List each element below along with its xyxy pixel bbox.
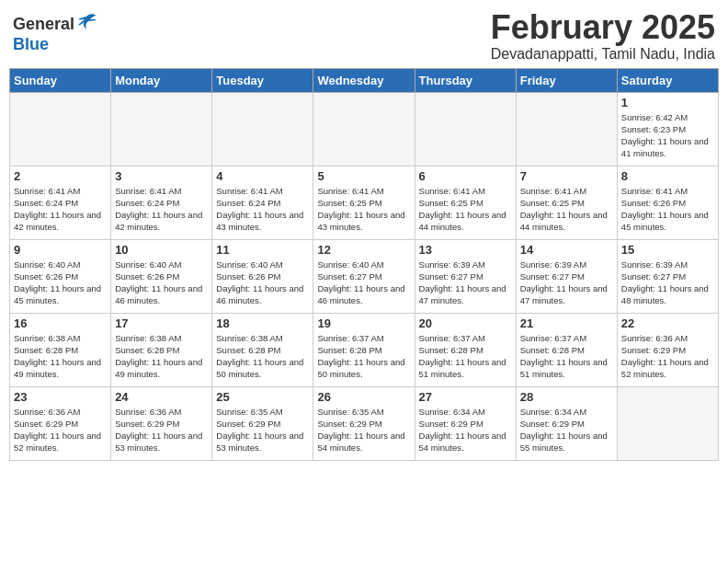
day-number: 4 bbox=[216, 169, 309, 183]
calendar-cell: 5Sunrise: 6:41 AMSunset: 6:25 PMDaylight… bbox=[313, 166, 415, 239]
calendar-cell: 27Sunrise: 6:34 AMSunset: 6:29 PMDayligh… bbox=[415, 386, 516, 460]
week-row-2: 2Sunrise: 6:41 AMSunset: 6:24 PMDaylight… bbox=[10, 166, 719, 239]
calendar-cell: 14Sunrise: 6:39 AMSunset: 6:27 PMDayligh… bbox=[516, 239, 617, 313]
week-row-5: 23Sunrise: 6:36 AMSunset: 6:29 PMDayligh… bbox=[10, 386, 719, 460]
calendar-cell: 21Sunrise: 6:37 AMSunset: 6:28 PMDayligh… bbox=[516, 313, 617, 386]
calendar-cell: 19Sunrise: 6:37 AMSunset: 6:28 PMDayligh… bbox=[313, 313, 415, 386]
day-info: Sunrise: 6:40 AMSunset: 6:27 PMDaylight:… bbox=[317, 259, 410, 307]
week-row-4: 16Sunrise: 6:38 AMSunset: 6:28 PMDayligh… bbox=[10, 313, 719, 386]
calendar-cell: 17Sunrise: 6:38 AMSunset: 6:28 PMDayligh… bbox=[111, 313, 212, 386]
calendar-cell: 12Sunrise: 6:40 AMSunset: 6:27 PMDayligh… bbox=[313, 239, 415, 313]
day-info: Sunrise: 6:41 AMSunset: 6:24 PMDaylight:… bbox=[216, 185, 309, 234]
calendar-cell bbox=[415, 92, 516, 166]
calendar-cell: 10Sunrise: 6:40 AMSunset: 6:26 PMDayligh… bbox=[111, 239, 212, 313]
day-number: 10 bbox=[115, 243, 208, 257]
calendar-cell: 26Sunrise: 6:35 AMSunset: 6:29 PMDayligh… bbox=[313, 386, 415, 460]
day-number: 27 bbox=[419, 390, 512, 404]
calendar-cell: 20Sunrise: 6:37 AMSunset: 6:28 PMDayligh… bbox=[415, 313, 516, 386]
calendar-cell: 28Sunrise: 6:34 AMSunset: 6:29 PMDayligh… bbox=[516, 386, 617, 460]
day-number: 2 bbox=[14, 169, 107, 183]
calendar-cell: 16Sunrise: 6:38 AMSunset: 6:28 PMDayligh… bbox=[10, 313, 111, 386]
location-title: Devadanappatti, Tamil Nadu, India bbox=[491, 46, 715, 63]
day-number: 18 bbox=[216, 316, 309, 330]
day-number: 6 bbox=[419, 169, 512, 183]
day-number: 11 bbox=[216, 243, 309, 257]
calendar-cell bbox=[212, 92, 313, 166]
weekday-header-wednesday: Wednesday bbox=[313, 68, 415, 92]
day-number: 1 bbox=[621, 96, 714, 109]
calendar-cell: 4Sunrise: 6:41 AMSunset: 6:24 PMDaylight… bbox=[212, 166, 313, 239]
calendar-cell: 9Sunrise: 6:40 AMSunset: 6:26 PMDaylight… bbox=[10, 239, 111, 313]
calendar-cell bbox=[313, 92, 415, 166]
day-info: Sunrise: 6:37 AMSunset: 6:28 PMDaylight:… bbox=[317, 332, 410, 381]
calendar-cell: 1Sunrise: 6:42 AMSunset: 6:23 PMDaylight… bbox=[617, 92, 718, 166]
day-number: 9 bbox=[14, 243, 107, 257]
day-info: Sunrise: 6:34 AMSunset: 6:29 PMDaylight:… bbox=[520, 406, 613, 454]
weekday-header-thursday: Thursday bbox=[415, 68, 516, 92]
calendar-cell bbox=[516, 92, 617, 166]
day-number: 3 bbox=[115, 169, 208, 183]
calendar-cell: 13Sunrise: 6:39 AMSunset: 6:27 PMDayligh… bbox=[415, 239, 516, 313]
day-number: 14 bbox=[520, 243, 613, 257]
calendar-cell: 23Sunrise: 6:36 AMSunset: 6:29 PMDayligh… bbox=[10, 386, 111, 460]
day-info: Sunrise: 6:40 AMSunset: 6:26 PMDaylight:… bbox=[115, 259, 208, 307]
day-info: Sunrise: 6:41 AMSunset: 6:25 PMDaylight:… bbox=[317, 185, 410, 234]
day-info: Sunrise: 6:40 AMSunset: 6:26 PMDaylight:… bbox=[14, 259, 107, 307]
day-info: Sunrise: 6:42 AMSunset: 6:23 PMDaylight:… bbox=[621, 111, 714, 160]
day-number: 5 bbox=[317, 169, 410, 183]
day-number: 21 bbox=[520, 316, 613, 330]
logo-general: General bbox=[13, 15, 74, 34]
day-number: 15 bbox=[621, 243, 714, 257]
day-info: Sunrise: 6:39 AMSunset: 6:27 PMDaylight:… bbox=[621, 259, 714, 307]
calendar-cell bbox=[111, 92, 212, 166]
day-info: Sunrise: 6:39 AMSunset: 6:27 PMDaylight:… bbox=[520, 259, 613, 307]
logo-bird-icon bbox=[76, 13, 97, 35]
day-info: Sunrise: 6:36 AMSunset: 6:29 PMDaylight:… bbox=[621, 332, 714, 381]
day-number: 28 bbox=[520, 390, 613, 404]
day-info: Sunrise: 6:37 AMSunset: 6:28 PMDaylight:… bbox=[419, 332, 512, 381]
day-info: Sunrise: 6:41 AMSunset: 6:24 PMDaylight:… bbox=[115, 185, 208, 234]
day-number: 20 bbox=[419, 316, 512, 330]
week-row-3: 9Sunrise: 6:40 AMSunset: 6:26 PMDaylight… bbox=[10, 239, 719, 313]
day-info: Sunrise: 6:35 AMSunset: 6:29 PMDaylight:… bbox=[317, 406, 410, 454]
calendar-cell: 22Sunrise: 6:36 AMSunset: 6:29 PMDayligh… bbox=[617, 313, 718, 386]
day-info: Sunrise: 6:38 AMSunset: 6:28 PMDaylight:… bbox=[115, 332, 208, 381]
day-info: Sunrise: 6:36 AMSunset: 6:29 PMDaylight:… bbox=[14, 406, 107, 454]
calendar-cell: 18Sunrise: 6:38 AMSunset: 6:28 PMDayligh… bbox=[212, 313, 313, 386]
day-info: Sunrise: 6:40 AMSunset: 6:26 PMDaylight:… bbox=[216, 259, 309, 307]
day-number: 17 bbox=[115, 316, 208, 330]
weekday-header-saturday: Saturday bbox=[617, 68, 718, 92]
day-number: 24 bbox=[115, 390, 208, 404]
calendar-cell: 2Sunrise: 6:41 AMSunset: 6:24 PMDaylight… bbox=[10, 166, 111, 239]
day-number: 13 bbox=[419, 243, 512, 257]
logo: General Blue bbox=[13, 9, 97, 54]
day-info: Sunrise: 6:37 AMSunset: 6:28 PMDaylight:… bbox=[520, 332, 613, 381]
calendar-cell: 25Sunrise: 6:35 AMSunset: 6:29 PMDayligh… bbox=[212, 386, 313, 460]
calendar-cell: 11Sunrise: 6:40 AMSunset: 6:26 PMDayligh… bbox=[212, 239, 313, 313]
day-info: Sunrise: 6:41 AMSunset: 6:25 PMDaylight:… bbox=[520, 185, 613, 234]
calendar-cell bbox=[617, 386, 718, 460]
weekday-header-friday: Friday bbox=[516, 68, 617, 92]
day-number: 19 bbox=[317, 316, 410, 330]
weekday-header-sunday: Sunday bbox=[10, 68, 111, 92]
day-info: Sunrise: 6:41 AMSunset: 6:25 PMDaylight:… bbox=[419, 185, 512, 234]
calendar-cell: 8Sunrise: 6:41 AMSunset: 6:26 PMDaylight… bbox=[617, 166, 718, 239]
day-number: 22 bbox=[621, 316, 714, 330]
day-info: Sunrise: 6:41 AMSunset: 6:24 PMDaylight:… bbox=[14, 185, 107, 234]
calendar-cell: 15Sunrise: 6:39 AMSunset: 6:27 PMDayligh… bbox=[617, 239, 718, 313]
calendar-cell: 7Sunrise: 6:41 AMSunset: 6:25 PMDaylight… bbox=[516, 166, 617, 239]
day-info: Sunrise: 6:35 AMSunset: 6:29 PMDaylight:… bbox=[216, 406, 309, 454]
day-number: 8 bbox=[621, 169, 714, 183]
calendar-cell: 24Sunrise: 6:36 AMSunset: 6:29 PMDayligh… bbox=[111, 386, 212, 460]
logo-blue: Blue bbox=[13, 35, 49, 54]
title-block: February 2025 Devadanappatti, Tamil Nadu… bbox=[491, 9, 715, 63]
day-info: Sunrise: 6:36 AMSunset: 6:29 PMDaylight:… bbox=[115, 406, 208, 454]
calendar-cell: 3Sunrise: 6:41 AMSunset: 6:24 PMDaylight… bbox=[111, 166, 212, 239]
day-number: 23 bbox=[14, 390, 107, 404]
weekday-header-tuesday: Tuesday bbox=[212, 68, 313, 92]
week-row-1: 1Sunrise: 6:42 AMSunset: 6:23 PMDaylight… bbox=[10, 92, 719, 166]
day-info: Sunrise: 6:39 AMSunset: 6:27 PMDaylight:… bbox=[419, 259, 512, 307]
day-number: 7 bbox=[520, 169, 613, 183]
calendar-cell bbox=[10, 92, 111, 166]
day-info: Sunrise: 6:41 AMSunset: 6:26 PMDaylight:… bbox=[621, 185, 714, 234]
